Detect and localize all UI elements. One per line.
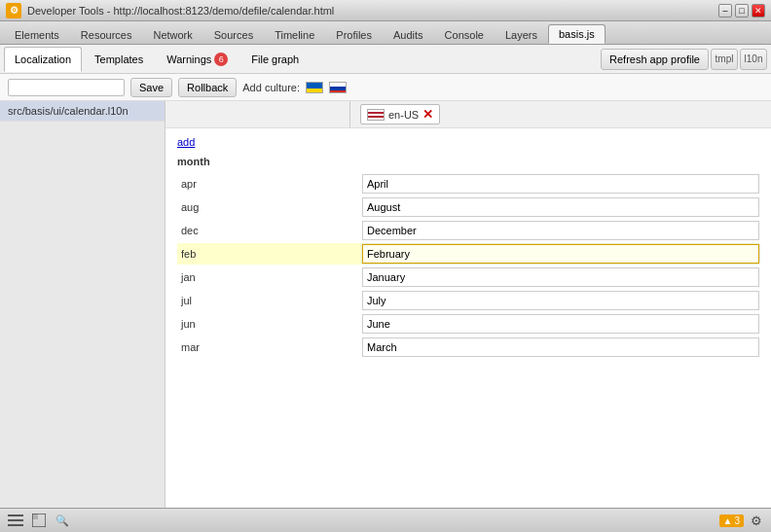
left-sidebar: src/basis/ui/calendar.l10n: [0, 101, 165, 508]
key-col-dec: dec: [177, 223, 362, 238]
locale-tabs-area: en-US ✕: [350, 101, 450, 127]
sub-toolbar: Localization Templates Warnings 6 File g…: [0, 45, 771, 74]
key-col-aug: aug: [177, 199, 362, 215]
content-area: src/basis/ui/calendar.l10n en-US: [0, 101, 771, 508]
value-col-jun: [362, 314, 759, 334]
value-input-feb[interactable]: [362, 244, 759, 264]
bottom-bar: 🔍 ▲ 3 ⚙: [0, 508, 771, 532]
subtab-warnings[interactable]: Warnings 6: [156, 47, 239, 72]
key-col-feb: feb: [177, 246, 362, 262]
value-col-aug: [362, 197, 759, 217]
key-col-mar: mar: [177, 339, 362, 355]
main-tabs: Elements Resources Network Sources Timel…: [0, 21, 771, 45]
value-input-apr[interactable]: [362, 174, 759, 194]
key-col-jul: jul: [177, 293, 362, 308]
key-col-jun: jun: [177, 316, 362, 332]
subtab-localization[interactable]: Localization: [4, 47, 82, 72]
console-drawer-button[interactable]: [6, 512, 25, 529]
locale-close-button[interactable]: ✕: [422, 107, 433, 122]
translation-area: add month apr aug dec: [165, 128, 771, 508]
tmpl-button[interactable]: tmpl: [711, 49, 738, 70]
table-row: aug: [177, 196, 759, 218]
warning-icon: ▲: [723, 515, 733, 526]
save-button[interactable]: Save: [130, 78, 172, 97]
svg-rect-0: [8, 514, 23, 516]
section-header: month: [177, 154, 759, 169]
table-row: mar: [177, 337, 759, 358]
app-icon: ⚙: [6, 3, 21, 18]
locale-name: en-US: [388, 109, 419, 121]
close-button[interactable]: ✕: [752, 4, 765, 18]
table-row: feb: [177, 243, 759, 265]
value-col-apr: [362, 174, 759, 194]
search-bottom-button[interactable]: 🔍: [53, 512, 72, 529]
flag-ukraine[interactable]: [306, 82, 323, 93]
value-input-jul[interactable]: [362, 291, 759, 310]
value-input-dec[interactable]: [362, 221, 759, 240]
tab-layers[interactable]: Layers: [495, 24, 548, 44]
title-bar-text: Developer Tools - http://localhost:8123/…: [27, 5, 718, 17]
tab-network[interactable]: Network: [142, 24, 202, 44]
search-wrap: 🔍: [8, 79, 125, 96]
value-input-mar[interactable]: [362, 337, 759, 357]
tab-sources[interactable]: Sources: [203, 24, 264, 44]
title-bar: ⚙ Developer Tools - http://localhost:812…: [0, 0, 771, 21]
key-col-jan: jan: [177, 269, 362, 285]
key-col-apr: apr: [177, 176, 362, 192]
svg-rect-4: [32, 514, 38, 519]
flag-russia[interactable]: [329, 82, 347, 93]
value-input-jun[interactable]: [362, 314, 759, 334]
subtab-filegraph[interactable]: File graph: [240, 47, 310, 72]
svg-rect-2: [8, 524, 23, 526]
action-bar: 🔍 Save Rollback Add culture:: [0, 74, 771, 101]
value-col-feb: [362, 244, 759, 264]
sidebar-item-calendar[interactable]: src/basis/ui/calendar.l10n: [0, 101, 165, 122]
value-input-aug[interactable]: [362, 197, 759, 217]
l10n-button[interactable]: l10n: [740, 49, 767, 70]
tab-console[interactable]: Console: [434, 24, 495, 44]
tab-timeline[interactable]: Timeline: [264, 24, 325, 44]
add-link[interactable]: add: [177, 136, 759, 148]
settings-button[interactable]: ⚙: [748, 512, 765, 529]
warning-badge[interactable]: ▲ 3: [719, 514, 744, 527]
locale-header: en-US ✕: [165, 101, 771, 128]
search-input[interactable]: [8, 79, 125, 96]
table-row: jul: [177, 290, 759, 311]
locale-tab-en-us[interactable]: en-US ✕: [360, 104, 440, 124]
window-controls: – □ ✕: [718, 4, 765, 18]
value-col-dec: [362, 221, 759, 240]
tab-resources[interactable]: Resources: [70, 24, 143, 44]
rollback-button[interactable]: Rollback: [178, 78, 237, 97]
maximize-button[interactable]: □: [735, 4, 749, 18]
value-col-jan: [362, 267, 759, 287]
value-col-mar: [362, 337, 759, 357]
warning-count: 3: [734, 515, 740, 526]
value-input-jan[interactable]: [362, 267, 759, 287]
refresh-profile-button[interactable]: Refresh app profile: [601, 49, 709, 70]
value-col-jul: [362, 291, 759, 310]
minimize-button[interactable]: –: [718, 4, 732, 18]
subtab-templates[interactable]: Templates: [84, 47, 154, 72]
add-culture-label: Add culture:: [242, 82, 300, 93]
svg-rect-1: [8, 519, 23, 521]
flag-us-icon: [367, 109, 385, 121]
table-row: dec: [177, 220, 759, 241]
tab-basisjs[interactable]: basis.js: [548, 24, 606, 44]
expand-button[interactable]: [29, 512, 49, 529]
table-row: apr: [177, 173, 759, 195]
table-row: jun: [177, 313, 759, 335]
table-row: jan: [177, 266, 759, 288]
tab-profiles[interactable]: Profiles: [325, 24, 383, 44]
tab-audits[interactable]: Audits: [383, 24, 434, 44]
tab-elements[interactable]: Elements: [4, 24, 70, 44]
warnings-badge: 6: [214, 53, 228, 66]
right-content: en-US ✕ add month apr aug: [165, 101, 771, 508]
